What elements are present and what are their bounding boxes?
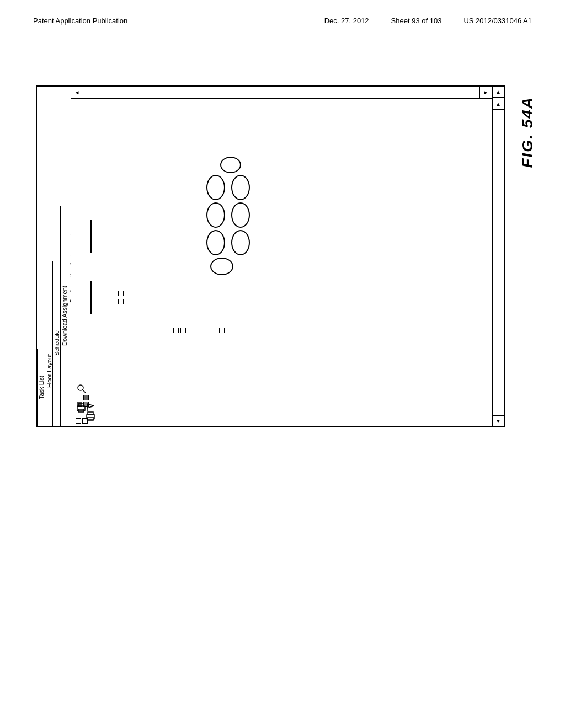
person-body-right-middle xyxy=(231,202,250,228)
svg-line-1 xyxy=(83,390,86,393)
tab-download-assignment[interactable]: Download Assignment xyxy=(60,206,68,426)
tab-schedule[interactable]: Schedule xyxy=(52,261,60,426)
horizontal-scrollbar[interactable]: ◄ ► xyxy=(71,87,492,99)
sq-1 xyxy=(118,291,124,296)
publication-label: Patent Application Publication xyxy=(33,17,127,25)
sq-b4 xyxy=(200,328,205,333)
sq-b1 xyxy=(173,328,179,333)
person-body-left-middle xyxy=(206,202,225,228)
svg-point-0 xyxy=(78,385,83,390)
scroll-right-arrow[interactable]: ► xyxy=(479,86,492,98)
bottom-line xyxy=(99,416,475,417)
sq-3 xyxy=(118,299,124,304)
sq-c1 xyxy=(76,418,81,424)
left-marker-lower xyxy=(90,281,92,314)
tab-floor-layout[interactable]: Floor Layout xyxy=(45,316,52,426)
left-marker-upper xyxy=(90,220,92,253)
person-body-right-upper xyxy=(231,175,250,200)
person-body-left-lower xyxy=(206,230,225,255)
small-squares-row1 xyxy=(118,291,130,296)
search-icon[interactable] xyxy=(77,384,87,394)
page-header: Patent Application Publication Dec. 27, … xyxy=(33,17,532,25)
floor-plan-area xyxy=(71,99,492,426)
vertical-scrollbar[interactable]: ▲ ▲ ▼ xyxy=(492,87,504,426)
sq-4 xyxy=(125,299,130,304)
scroll-left-arrow[interactable]: ◄ xyxy=(71,86,83,98)
sq-b6 xyxy=(219,328,225,333)
sq-b5 xyxy=(212,328,217,333)
sq-b2 xyxy=(180,328,186,333)
flag-icon[interactable] xyxy=(87,403,94,414)
scroll-up-extra-arrow[interactable]: ▲ xyxy=(493,99,504,110)
icon-sq-1 xyxy=(77,395,82,400)
person-body-right-lower xyxy=(231,230,250,255)
publication-date: Dec. 27, 2012 xyxy=(324,17,369,25)
flag-icon-svg xyxy=(87,403,94,412)
svg-marker-8 xyxy=(87,404,94,408)
sheet-info: Sheet 93 of 103 xyxy=(391,17,442,25)
sq-b3 xyxy=(193,328,198,333)
diagram-container: ◄ ► ▲ ▲ ▼ Task List Floor Layout Schedul… xyxy=(36,85,505,427)
small-squares-row2 xyxy=(118,299,130,304)
figure-label: FIG. 54A xyxy=(519,97,536,168)
person-head-top xyxy=(220,157,241,173)
scroll-up-arrow[interactable]: ▲ xyxy=(493,87,504,98)
patent-number: US 2012/0331046 A1 xyxy=(463,17,532,25)
sq-2 xyxy=(125,291,130,296)
seat-oval-bottom xyxy=(210,258,233,275)
small-squares-bottom-row xyxy=(173,328,225,333)
search-icon-area xyxy=(77,384,87,396)
tab-task-list[interactable]: Task List xyxy=(37,349,45,426)
scroll-down-arrow[interactable]: ▼ xyxy=(493,415,504,426)
svg-rect-3 xyxy=(78,404,84,406)
icon-sq-2 xyxy=(83,395,89,400)
person-body-left-upper xyxy=(206,175,225,200)
